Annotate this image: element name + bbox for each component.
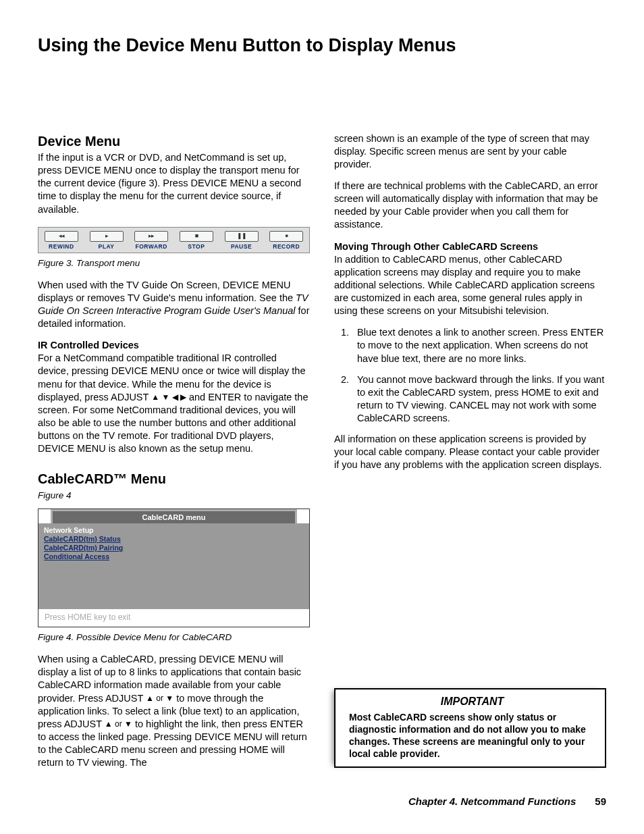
stop-icon: ■ (180, 231, 213, 242)
caption-figure-4-bottom: Figure 4. Possible Device Menu for Cable… (38, 631, 310, 644)
para-tvguide: When used with the TV Guide On Screen, D… (38, 279, 310, 331)
para-ir-devices: For a NetCommand compatible traditional … (38, 352, 310, 455)
pause-icon: ❚❚ (225, 231, 259, 242)
cc-network-setup: Network Setup (44, 526, 304, 535)
page-title: Using the Device Menu Button to Display … (38, 34, 606, 58)
content-columns: Device Menu If the input is a VCR or DVD… (38, 132, 606, 770)
ordered-list-rules: Blue text denotes a link to another scre… (334, 326, 606, 425)
cc-pairing-link: CableCARD(tm) Pairing (44, 544, 304, 552)
arrow-icons: ▲ ▼ ◀ ▶ (151, 392, 186, 402)
arrow-up-down-icons: ▲ or ▼ (146, 694, 173, 703)
cc-status-link: CableCARD(tm) Status (44, 535, 304, 544)
para-cablecard-usage: When using a CableCARD, pressing DEVICE … (38, 653, 310, 769)
list-item-1: Blue text denotes a link to another scre… (352, 326, 606, 365)
record-icon: ● (269, 231, 303, 242)
heading-device-menu: Device Menu (38, 132, 310, 150)
para-device-intro: If the input is a VCR or DVD, and NetCom… (38, 151, 310, 216)
caption-figure-4-top: Figure 4 (38, 490, 310, 502)
page-footer: Chapter 4. Netcommand Functions 59 (38, 795, 606, 808)
forward-icon: ▸▸ (134, 231, 168, 242)
figure-transport-menu: ◂◂ REWIND ▸ PLAY ▸▸ FORWARD ■ STOP ❚❚ (38, 227, 310, 253)
transport-rewind: ◂◂ REWIND (41, 231, 82, 251)
cablecard-exit-hint: Press HOME key to exit (38, 609, 309, 627)
subheading-ir-devices: IR Controlled Devices (38, 339, 310, 352)
important-title: IMPORTANT (349, 694, 595, 708)
arrow-up-down-icons-2: ▲ or ▼ (105, 719, 132, 729)
subheading-moving-screens: Moving Through Other CableCARD Screens (334, 240, 606, 253)
para-all-info: All information on these application scr… (334, 433, 606, 471)
transport-record: ● RECORD (265, 231, 307, 251)
left-column: Device Menu If the input is a VCR or DVD… (38, 132, 310, 770)
list-item-2: You cannot move backward through the lin… (352, 373, 606, 425)
important-body: Most CableCARD screens show only status … (349, 711, 595, 760)
transport-play: ▸ PLAY (86, 231, 128, 251)
play-icon: ▸ (90, 231, 124, 242)
cc-conditional-link: Conditional Access (44, 552, 304, 561)
para-error-screen: If there are technical problems with the… (334, 180, 606, 232)
transport-pause: ❚❚ PAUSE (221, 231, 263, 251)
right-column: screen shown is an example of the type o… (334, 132, 606, 770)
caption-figure-3: Figure 3. Transport menu (38, 257, 310, 269)
cablecard-title: CableCARD menu (51, 509, 297, 524)
para-moving-intro: In addition to CableCARD menus, other Ca… (334, 253, 606, 318)
figure-cablecard-menu: CableCARD menu Network Setup CableCARD(t… (38, 509, 310, 628)
footer-page-number: 59 (595, 795, 606, 808)
rewind-icon: ◂◂ (45, 231, 78, 242)
cablecard-body: Network Setup CableCARD(tm) Status Cable… (38, 523, 309, 609)
para-continued: screen shown is an example of the type o… (334, 132, 606, 171)
important-callout: IMPORTANT Most CableCARD screens show on… (334, 688, 606, 768)
transport-stop: ■ STOP (176, 231, 217, 251)
footer-chapter: Chapter 4. Netcommand Functions (408, 795, 576, 808)
transport-forward: ▸▸ FORWARD (130, 231, 172, 251)
heading-cablecard-menu: CableCARD™ Menu (38, 470, 310, 488)
